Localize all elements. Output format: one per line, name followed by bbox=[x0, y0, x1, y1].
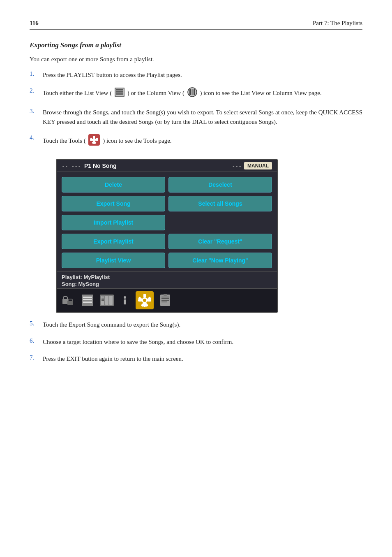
step-4-content: Touch the Tools ( bbox=[43, 134, 172, 149]
step-2: 2. Touch either the List View ( ) or the… bbox=[30, 87, 362, 100]
svg-rect-35 bbox=[124, 299, 126, 304]
svg-rect-50 bbox=[161, 300, 169, 301]
step-6-number: 6. bbox=[30, 337, 43, 344]
svg-point-9 bbox=[92, 138, 96, 142]
svg-rect-23 bbox=[83, 297, 92, 298]
ui-delete-button[interactable]: Delete bbox=[62, 177, 165, 193]
ui-status-bar: Playlist: MyPlaylist Song: MySong bbox=[57, 272, 277, 288]
svg-rect-30 bbox=[101, 297, 104, 297]
svg-rect-2 bbox=[116, 91, 123, 93]
step-3-content: Browse through the Songs, and touch the … bbox=[43, 108, 362, 127]
svg-rect-48 bbox=[161, 297, 169, 297]
steps-list: 1. Press the PLAYLIST button to access t… bbox=[30, 70, 362, 364]
step-4-number: 4. bbox=[30, 134, 43, 141]
step-6-content: Choose a target location where to save t… bbox=[43, 337, 233, 347]
svg-rect-32 bbox=[101, 299, 104, 300]
ui-select-all-songs-button[interactable]: Select all Songs bbox=[168, 196, 272, 211]
section-heading: Exporting Songs from a playlist bbox=[30, 41, 362, 49]
svg-rect-28 bbox=[105, 296, 108, 305]
step-7: 7. Press the EXIT button again to return… bbox=[30, 354, 362, 364]
step-7-content: Press the EXIT button again to return to… bbox=[43, 354, 183, 364]
svg-rect-24 bbox=[83, 299, 92, 300]
ui-bottom-bar bbox=[57, 288, 277, 312]
ui-p1-label: P1 No Song bbox=[84, 162, 117, 169]
svg-rect-1 bbox=[116, 89, 123, 91]
ui-song-status: Song: MySong bbox=[62, 281, 272, 288]
svg-point-38 bbox=[143, 299, 146, 302]
step-3-number: 3. bbox=[30, 108, 43, 115]
svg-rect-21 bbox=[68, 299, 72, 302]
svg-rect-3 bbox=[116, 93, 123, 95]
svg-rect-29 bbox=[109, 296, 113, 305]
page-number: 116 bbox=[30, 20, 39, 27]
step-1: 1. Press the PLAYLIST button to access t… bbox=[30, 70, 362, 80]
ui-header-right: --- MANUAL bbox=[232, 162, 272, 169]
svg-rect-5 bbox=[189, 89, 191, 95]
step-6: 6. Choose a target location where to sav… bbox=[30, 337, 362, 347]
svg-rect-6 bbox=[191, 89, 193, 95]
ui-empty-cell bbox=[168, 215, 272, 230]
step-2-number: 2. bbox=[30, 87, 43, 94]
svg-point-34 bbox=[124, 296, 126, 299]
ui-deselect-button[interactable]: Deselect bbox=[168, 177, 272, 193]
ui-list-view-icon bbox=[81, 294, 94, 306]
ui-export-song-button[interactable]: Export Song bbox=[62, 196, 165, 211]
ui-export-playlist-button[interactable]: Export Playlist bbox=[62, 234, 165, 249]
svg-rect-52 bbox=[164, 294, 167, 296]
step-1-number: 1. bbox=[30, 70, 43, 77]
ui-playlist-view-button[interactable]: Playlist View bbox=[62, 253, 165, 268]
ui-panel: -- --- P1 No Song --- MANUAL Delete Dese… bbox=[56, 159, 278, 313]
ui-clear-request-button[interactable]: Clear "Request" bbox=[168, 234, 272, 249]
ui-buttons-grid: Delete Deselect Export Song Select all S… bbox=[57, 172, 277, 272]
svg-rect-7 bbox=[194, 89, 195, 95]
svg-rect-10 bbox=[93, 136, 95, 139]
svg-rect-39 bbox=[143, 294, 146, 298]
ui-left-dashes: -- --- bbox=[62, 163, 81, 169]
list-view-icon bbox=[115, 88, 125, 100]
ui-header-left: -- --- P1 No Song bbox=[62, 162, 117, 169]
step-4: 4. Touch the Tools ( bbox=[30, 134, 362, 313]
ui-right-dashes: --- bbox=[232, 163, 242, 169]
ui-column-view-icon bbox=[99, 294, 114, 306]
ui-playlist-status: Playlist: MyPlaylist bbox=[62, 274, 272, 281]
ui-tools-active-icon[interactable] bbox=[136, 291, 154, 309]
step-1-content: Press the PLAYLIST button to access the … bbox=[43, 70, 182, 80]
ui-notepad-icon bbox=[159, 294, 171, 307]
intro-paragraph: You can export one or more Songs from a … bbox=[30, 56, 362, 63]
ui-manual-badge: MANUAL bbox=[244, 162, 272, 169]
page-container: 116 Part 7: The Playlists Exporting Song… bbox=[0, 0, 392, 391]
ui-import-playlist-button[interactable]: Import Playlist bbox=[62, 215, 165, 230]
svg-rect-51 bbox=[161, 302, 167, 302]
svg-rect-33 bbox=[101, 300, 104, 301]
step-7-number: 7. bbox=[30, 354, 43, 361]
page-header: 116 Part 7: The Playlists bbox=[30, 20, 362, 30]
tools-icon bbox=[88, 134, 100, 149]
step-2-content: Touch either the List View ( ) or the Co… bbox=[43, 87, 322, 100]
step-5-number: 5. bbox=[30, 320, 43, 327]
svg-rect-49 bbox=[161, 298, 169, 299]
ui-header-bar: -- --- P1 No Song --- MANUAL bbox=[57, 160, 277, 172]
ui-lock-icon bbox=[62, 293, 76, 307]
svg-rect-31 bbox=[101, 298, 104, 299]
ui-clear-now-playing-button[interactable]: Clear "Now Playing" bbox=[168, 253, 272, 268]
step-5: 5. Touch the Export Song command to expo… bbox=[30, 320, 362, 330]
page-section-title: Part 7: The Playlists bbox=[313, 20, 362, 27]
step-3: 3. Browse through the Songs, and touch t… bbox=[30, 108, 362, 127]
svg-rect-25 bbox=[83, 302, 92, 303]
column-view-icon bbox=[187, 87, 197, 100]
step-5-content: Touch the Export Song command to export … bbox=[43, 320, 180, 330]
ui-info-icon bbox=[120, 294, 130, 306]
